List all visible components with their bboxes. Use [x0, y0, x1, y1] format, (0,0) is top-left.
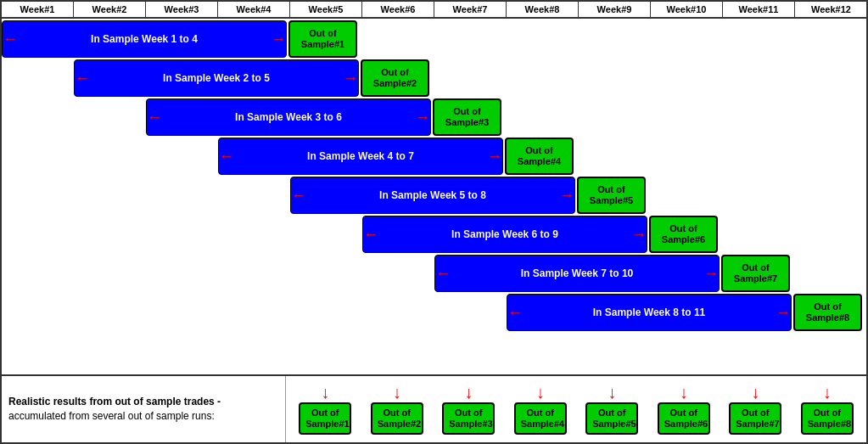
arrow-left-8: ← [507, 304, 523, 322]
in-sample-bar-6: ←In Sample Week 6 to 9→ [362, 216, 647, 253]
down-arrow-4: ↓ [536, 384, 545, 401]
arrow-left-5: ← [291, 187, 306, 205]
out-sample-box-6: Out of Sample#6 [649, 216, 718, 253]
week-header-10: Week#10 [651, 2, 723, 17]
arrow-left-3: ← [147, 109, 162, 126]
arrow-right-2: → [343, 70, 358, 87]
bottom-out-box-6: Out of Sample#6 [658, 402, 710, 435]
in-sample-bar-3: ←In Sample Week 3 to 6→ [146, 98, 431, 136]
down-arrow-5: ↓ [608, 384, 616, 401]
arrow-right-6: → [631, 226, 647, 244]
arrow-right-7: → [703, 265, 719, 283]
week-header-2: Week#2 [74, 2, 146, 17]
sample-row-8: ←In Sample Week 8 to 11→Out of Sample#8 [507, 294, 862, 331]
bottom-col-2: ↓Out of Sample#2 [371, 384, 423, 435]
week-header-9: Week#9 [579, 2, 651, 17]
arrow-right-5: → [559, 187, 574, 205]
sample-row-3: ←In Sample Week 3 to 6→Out of Sample#3 [146, 98, 501, 136]
in-sample-label-4: In Sample Week 4 to 7 [238, 150, 484, 162]
sample-row-7: ←In Sample Week 7 to 10→Out of Sample#7 [434, 255, 790, 292]
down-arrow-1: ↓ [321, 384, 329, 401]
in-sample-bar-4: ←In Sample Week 4 to 7→ [218, 138, 503, 175]
arrow-right-1: → [271, 31, 286, 48]
bottom-col-4: ↓Out of Sample#4 [514, 384, 567, 435]
out-sample-box-2: Out of Sample#2 [361, 59, 429, 97]
week-header-8: Week#8 [507, 2, 579, 17]
bottom-out-box-5: Out of Sample#5 [585, 402, 638, 435]
in-sample-label-3: In Sample Week 3 to 6 [165, 111, 412, 123]
bottom-col-6: ↓Out of Sample#6 [658, 384, 710, 435]
in-sample-label-1: In Sample Week 1 to 4 [21, 33, 267, 45]
week-header-6: Week#6 [362, 2, 434, 17]
in-sample-label-8: In Sample Week 8 to 11 [526, 306, 772, 318]
arrow-left-7: ← [435, 265, 451, 283]
sample-row-1: ←In Sample Week 1 to 4→Out of Sample#1 [2, 20, 357, 58]
bottom-label: Realistic results from out of sample tra… [2, 376, 286, 442]
bottom-out-box-3: Out of Sample#3 [442, 402, 495, 435]
week-header: Week#1Week#2Week#3Week#4Week#5Week#6Week… [2, 2, 866, 19]
bottom-label-normal: accumulated from several out of sample r… [8, 410, 215, 422]
in-sample-bar-8: ←In Sample Week 8 to 11→ [507, 294, 792, 331]
week-header-3: Week#3 [146, 2, 218, 17]
in-sample-bar-5: ←In Sample Week 5 to 8→ [290, 177, 575, 214]
bottom-boxes: ↓Out of Sample#1↓Out of Sample#2↓Out of … [286, 376, 866, 442]
week-header-12: Week#12 [795, 2, 867, 17]
sample-row-5: ←In Sample Week 5 to 8→Out of Sample#5 [290, 177, 646, 214]
in-sample-label-2: In Sample Week 2 to 5 [93, 72, 339, 84]
bottom-col-1: ↓Out of Sample#1 [299, 384, 351, 435]
arrow-left-4: ← [219, 148, 234, 166]
down-arrow-8: ↓ [823, 384, 832, 401]
sample-row-6: ←In Sample Week 6 to 9→Out of Sample#6 [362, 216, 718, 253]
in-sample-label-6: In Sample Week 6 to 9 [382, 228, 628, 240]
bottom-out-box-8: Out of Sample#8 [801, 402, 854, 435]
down-arrow-3: ↓ [464, 384, 473, 401]
arrow-right-8: → [776, 304, 791, 322]
week-header-4: Week#4 [218, 2, 290, 17]
sample-row-2: ←In Sample Week 2 to 5→Out of Sample#2 [74, 59, 429, 97]
bottom-out-box-7: Out of Sample#7 [729, 402, 781, 435]
week-header-7: Week#7 [434, 2, 507, 17]
bottom-section: Realistic results from out of sample tra… [2, 374, 866, 442]
arrow-left-2: ← [75, 70, 90, 87]
bottom-col-5: ↓Out of Sample#5 [585, 384, 638, 435]
arrow-right-4: → [487, 148, 502, 166]
bottom-out-box-1: Out of Sample#1 [299, 402, 351, 435]
down-arrow-6: ↓ [680, 384, 688, 401]
out-sample-box-3: Out of Sample#3 [433, 98, 501, 136]
down-arrow-2: ↓ [393, 384, 401, 401]
arrow-left-1: ← [3, 31, 18, 48]
arrow-left-6: ← [363, 226, 378, 244]
out-sample-box-1: Out of Sample#1 [288, 20, 357, 58]
in-sample-bar-1: ←In Sample Week 1 to 4→ [2, 20, 287, 58]
bottom-out-box-4: Out of Sample#4 [514, 402, 567, 435]
out-sample-box-4: Out of Sample#4 [505, 138, 574, 175]
in-sample-label-7: In Sample Week 7 to 10 [454, 267, 700, 279]
bottom-label-bold: Realistic results from out of sample tra… [8, 396, 221, 407]
week-header-1: Week#1 [2, 2, 74, 17]
bottom-col-7: ↓Out of Sample#7 [729, 384, 781, 435]
rows-container: ←In Sample Week 1 to 4→Out of Sample#1←I… [2, 19, 866, 374]
out-sample-box-5: Out of Sample#5 [577, 177, 646, 214]
sample-row-4: ←In Sample Week 4 to 7→Out of Sample#4 [218, 138, 574, 175]
in-sample-label-5: In Sample Week 5 to 8 [310, 189, 556, 201]
bottom-out-box-2: Out of Sample#2 [371, 402, 423, 435]
main-container: Week#1Week#2Week#3Week#4Week#5Week#6Week… [0, 0, 868, 444]
down-arrow-7: ↓ [751, 384, 759, 401]
in-sample-bar-2: ←In Sample Week 2 to 5→ [74, 59, 359, 97]
week-header-5: Week#5 [290, 2, 362, 17]
week-header-11: Week#11 [723, 2, 795, 17]
bottom-col-3: ↓Out of Sample#3 [442, 384, 495, 435]
bottom-col-8: ↓Out of Sample#8 [801, 384, 854, 435]
arrow-right-3: → [415, 109, 430, 126]
in-sample-bar-7: ←In Sample Week 7 to 10→ [434, 255, 720, 292]
out-sample-box-8: Out of Sample#8 [793, 294, 862, 331]
out-sample-box-7: Out of Sample#7 [721, 255, 790, 292]
